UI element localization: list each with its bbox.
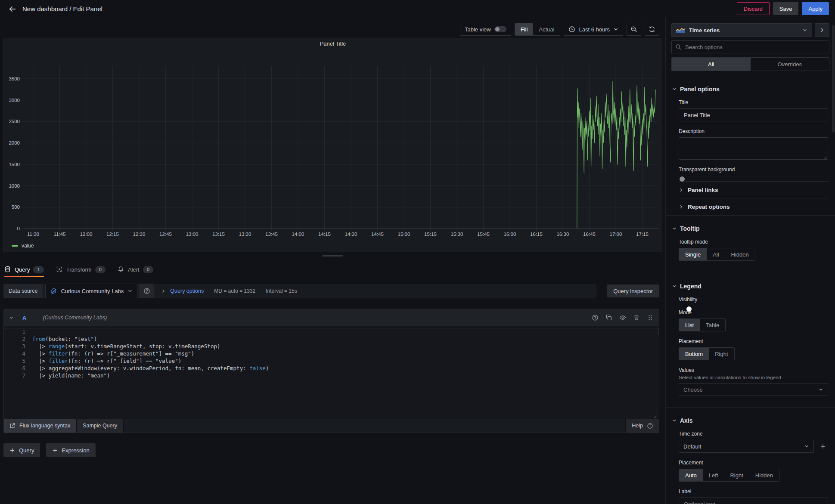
svg-text:15:00: 15:00 — [398, 232, 410, 237]
arrow-left-icon — [9, 5, 16, 12]
transparent-background-label: Transparent background — [679, 167, 828, 173]
legend-mode-list[interactable]: List — [679, 319, 700, 331]
bell-icon — [118, 266, 124, 273]
visualization-name: Time series — [689, 27, 720, 34]
repeat-options-section[interactable]: Repeat options — [679, 198, 829, 215]
refresh-button[interactable] — [645, 23, 659, 36]
axis-placement-auto[interactable]: Auto — [679, 469, 703, 481]
tooltip-mode-hidden[interactable]: Hidden — [725, 248, 755, 260]
description-textarea[interactable] — [679, 138, 828, 159]
axis-header[interactable]: Axis — [672, 417, 829, 424]
panel-options-title: Panel options — [680, 86, 720, 93]
section-tooltip: Tooltip Tooltip mode Single All Hidden — [666, 215, 835, 273]
code-line-1[interactable]: 1 — [4, 328, 659, 335]
chevron-right-icon — [679, 204, 683, 209]
svg-text:1500: 1500 — [9, 162, 20, 167]
code-line-4[interactable]: 4 |> filter(fn: (r) => r["_measurement"]… — [4, 350, 659, 357]
discard-button[interactable]: Discard — [737, 2, 770, 15]
legend-values-select[interactable]: Choose — [679, 383, 828, 396]
apply-button[interactable]: Apply — [802, 2, 829, 15]
query-help-icon[interactable] — [592, 314, 599, 321]
hide-query-icon[interactable] — [619, 314, 626, 321]
legend-placement-group: Bottom Right — [679, 347, 735, 360]
flux-code-editor[interactable]: 12from(bucket: "test")3 |> range(start: … — [4, 326, 659, 419]
add-timezone-button[interactable] — [818, 441, 828, 451]
tooltip-mode-single[interactable]: Single — [679, 248, 707, 260]
chevron-down-icon[interactable] — [9, 315, 14, 320]
svg-text:0: 0 — [17, 226, 20, 231]
chart-svg: 050010001500200025003000350011:3011:4512… — [4, 49, 662, 241]
options-search[interactable] — [671, 40, 829, 53]
legend-placement-bottom[interactable]: Bottom — [679, 348, 709, 360]
time-range-picker[interactable]: Last 6 hours — [564, 23, 623, 36]
query-inspector-button[interactable]: Query inspector — [607, 284, 659, 297]
code-line-7[interactable]: 7 |> yield(name: "mean") — [4, 372, 659, 379]
legend-placement-right[interactable]: Right — [709, 348, 734, 360]
save-button[interactable]: Save — [773, 2, 799, 15]
legend-header[interactable]: Legend — [672, 283, 829, 290]
query-options-toggle[interactable]: Query options MD = auto = 1332 Interval … — [161, 288, 297, 294]
axis-label-input[interactable] — [683, 501, 824, 504]
code-line-3[interactable]: 3 |> range(start: v.timeRangeStart, stop… — [4, 343, 659, 350]
panel-links-section[interactable]: Panel links — [679, 181, 829, 198]
add-expression-button[interactable]: Expression — [46, 443, 95, 457]
editor-resize-handle[interactable] — [653, 413, 658, 417]
add-query-button[interactable]: Query — [3, 443, 40, 457]
textarea-resize-handle[interactable] — [823, 155, 827, 158]
axis-placement-left[interactable]: Left — [703, 469, 724, 481]
timezone-select[interactable]: Default — [679, 440, 814, 453]
drag-handle-icon[interactable] — [647, 314, 654, 321]
panel-resize-handle[interactable] — [322, 255, 343, 257]
options-search-input[interactable] — [684, 43, 826, 51]
actual-option[interactable]: Actual — [533, 23, 560, 35]
sidebar-scrollbar[interactable] — [832, 25, 835, 133]
tab-overrides[interactable]: Overrides — [751, 58, 829, 71]
flux-syntax-button[interactable]: Flux language syntax — [4, 419, 76, 433]
section-axis: Axis Time zone Default — [666, 407, 835, 504]
tab-all[interactable]: All — [672, 58, 751, 71]
svg-text:13:45: 13:45 — [265, 232, 278, 237]
code-line-6[interactable]: 6 |> aggregateWindow(every: v.windowPeri… — [4, 365, 659, 372]
tab-alert[interactable]: Alert 0 — [118, 262, 153, 277]
legend-mode-table[interactable]: Table — [700, 319, 725, 331]
time-range-label: Last 6 hours — [579, 26, 610, 33]
tooltip-mode-all[interactable]: All — [707, 248, 725, 260]
sample-query-button[interactable]: Sample Query — [77, 419, 123, 433]
add-expression-label: Expression — [62, 447, 89, 454]
visualization-picker[interactable]: Time series — [671, 23, 812, 37]
time-series-viz-icon — [676, 27, 685, 34]
table-view-toggle[interactable] — [494, 26, 506, 32]
datasource-picker[interactable]: Curious Community Labs — [45, 284, 137, 298]
zoom-out-icon — [630, 26, 637, 33]
axis-placement-hidden[interactable]: Hidden — [749, 469, 779, 481]
zoom-out-button[interactable] — [627, 23, 641, 36]
back-button[interactable] — [6, 3, 18, 15]
section-panel-options: Panel options Title Description Transpar… — [666, 76, 835, 215]
footer-spacer — [124, 419, 625, 433]
fill-option[interactable]: Fill — [515, 23, 534, 35]
panel-options-header[interactable]: Panel options — [672, 86, 829, 93]
tooltip-mode-label: Tooltip mode — [679, 239, 828, 245]
collapse-options-pane-button[interactable] — [815, 23, 829, 37]
query-editor-header[interactable]: A (Curious Community Labs) — [4, 309, 659, 326]
axis-placement-right[interactable]: Right — [724, 469, 749, 481]
delete-query-icon[interactable] — [633, 314, 640, 321]
legend-item-value[interactable]: value — [12, 243, 34, 249]
code-line-2[interactable]: 2from(bucket: "test") — [4, 335, 659, 343]
time-series-chart[interactable]: 050010001500200025003000350011:3011:4512… — [4, 49, 662, 241]
chevron-down-icon — [672, 87, 677, 92]
tooltip-header[interactable]: Tooltip — [672, 225, 829, 232]
tab-transform[interactable]: Transform 0 — [56, 262, 106, 277]
legend-values-label: Values — [679, 367, 828, 373]
tab-query[interactable]: Query 1 — [4, 262, 44, 277]
code-line-5[interactable]: 5 |> filter(fn: (r) => r["_field"] == "v… — [4, 357, 659, 365]
svg-text:1000: 1000 — [9, 183, 20, 189]
duplicate-query-icon[interactable] — [605, 314, 612, 321]
search-icon — [675, 44, 681, 50]
panel-title-input[interactable] — [683, 111, 824, 119]
help-button[interactable]: Help — [626, 419, 659, 433]
options-sidebar: Time series All Overrides — [665, 17, 835, 504]
datasource-help-button[interactable] — [140, 284, 154, 298]
plus-icon — [9, 448, 15, 453]
svg-text:11:45: 11:45 — [54, 232, 66, 237]
